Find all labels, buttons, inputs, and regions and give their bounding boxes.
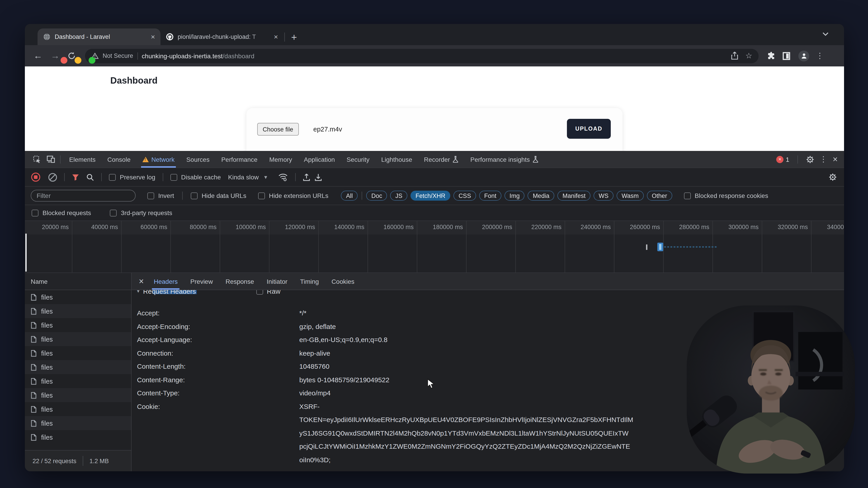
record-network-log-button[interactable] (31, 173, 40, 182)
tab-search-chevron-icon[interactable] (822, 32, 829, 36)
detail-tab-response[interactable]: Response (219, 273, 260, 290)
inspect-element-icon[interactable] (30, 155, 44, 163)
request-row[interactable]: files (25, 346, 131, 360)
tab-close-icon[interactable]: × (151, 33, 155, 40)
filter-funnel-icon[interactable] (72, 174, 79, 181)
request-row[interactable]: files (25, 318, 131, 332)
third-party-requests-checkbox[interactable]: 3rd-party requests (110, 209, 172, 217)
error-count-badge[interactable]: × 1 (776, 156, 789, 163)
timeline-tick: 80000 ms (171, 221, 220, 272)
network-filter-pill[interactable]: JS (391, 191, 408, 201)
new-tab-button[interactable]: + (291, 33, 297, 42)
network-filter-pill[interactable]: Wasm (617, 191, 644, 201)
request-row[interactable]: files (25, 416, 131, 430)
browser-menu-icon[interactable]: ⋮ (816, 51, 824, 61)
tab-console[interactable]: Console (101, 151, 136, 168)
search-icon[interactable] (86, 173, 94, 181)
tab-application[interactable]: Application (298, 151, 341, 168)
network-conditions-icon[interactable] (278, 173, 288, 181)
request-row[interactable]: files (25, 430, 131, 444)
request-count: 22 / 52 requests (33, 457, 76, 464)
close-window-button[interactable] (61, 57, 67, 64)
browser-tab-dashboard[interactable]: Dashboard - Laravel × (37, 29, 160, 45)
minimize-window-button[interactable] (74, 57, 81, 64)
export-har-icon[interactable] (315, 173, 322, 181)
upload-button[interactable]: UPLOAD (567, 119, 611, 139)
devtools-settings-gear-icon[interactable] (806, 155, 814, 163)
preserve-log-checkbox[interactable]: Preserve log (109, 173, 155, 181)
header-value: */* (299, 306, 307, 320)
share-icon[interactable] (731, 52, 738, 60)
blocked-requests-checkbox[interactable]: Blocked requests (32, 209, 91, 217)
address-bar[interactable]: Not Secure chunking-uploads-inertia.test… (85, 48, 758, 63)
request-row[interactable]: files (25, 332, 131, 346)
network-filter-pill[interactable]: Font (479, 191, 501, 201)
network-filter-pill[interactable]: All (341, 191, 358, 201)
invert-checkbox[interactable]: Invert (147, 192, 174, 199)
browser-tab-github[interactable]: pionl/laravel-chunk-upload: T × (160, 29, 283, 45)
throttling-dropdown[interactable]: Kinda slow ▼ (228, 173, 268, 181)
request-row[interactable]: files (25, 388, 131, 402)
forward-button[interactable]: → (49, 51, 62, 61)
network-settings-gear-icon[interactable] (829, 173, 837, 181)
section-title[interactable]: Request Headers (143, 290, 196, 295)
filter-input[interactable] (31, 190, 135, 201)
tab-close-icon[interactable]: × (274, 33, 278, 40)
tab-network[interactable]: Network (136, 151, 180, 168)
side-panel-icon[interactable] (782, 52, 792, 60)
tab-memory[interactable]: Memory (264, 151, 298, 168)
raw-checkbox[interactable]: Raw (256, 290, 281, 295)
close-detail-icon[interactable]: × (137, 276, 147, 286)
tab-lighthouse[interactable]: Lighthouse (375, 151, 418, 168)
request-row[interactable]: files (25, 290, 131, 304)
extensions-puzzle-icon[interactable] (767, 51, 776, 60)
disable-cache-checkbox[interactable]: Disable cache (170, 173, 221, 181)
zoom-window-button[interactable] (89, 57, 95, 64)
tab-recorder[interactable]: Recorder (418, 151, 465, 168)
devtools-menu-icon[interactable]: ⋮ (819, 155, 827, 164)
detail-tab-headers[interactable]: Headers (147, 273, 184, 290)
bookmark-star-icon[interactable]: ☆ (745, 51, 752, 61)
disclosure-triangle-icon[interactable]: ▾ (137, 290, 140, 294)
clear-network-log-button[interactable] (49, 173, 57, 182)
device-toolbar-icon[interactable] (44, 156, 57, 163)
network-filter-pill[interactable]: Fetch/XHR (410, 191, 450, 201)
network-filter-pill[interactable]: Doc (366, 191, 387, 201)
request-row[interactable]: files (25, 304, 131, 318)
detail-tab-cookies[interactable]: Cookies (325, 273, 361, 290)
url-text[interactable]: chunking-uploads-inertia.test/dashboard (142, 52, 254, 59)
timeline-tick: 260000 ms (614, 221, 664, 272)
tab-sources[interactable]: Sources (180, 151, 215, 168)
network-filter-pill[interactable]: Manifest (558, 191, 591, 201)
request-row[interactable]: files (25, 374, 131, 388)
detail-tab-preview[interactable]: Preview (184, 273, 219, 290)
tab-performance-insights[interactable]: Performance insights (465, 151, 544, 168)
globe-favicon (43, 33, 51, 41)
network-filter-pill[interactable]: Other (647, 191, 672, 201)
tab-security[interactable]: Security (341, 151, 375, 168)
tab-elements[interactable]: Elements (63, 151, 101, 168)
devtools-close-icon[interactable]: × (833, 154, 838, 164)
profile-avatar[interactable] (798, 51, 809, 61)
network-filter-pill[interactable]: WS (594, 191, 614, 201)
name-column-header[interactable]: Name (25, 273, 131, 290)
request-row[interactable]: files (25, 360, 131, 374)
security-label[interactable]: Not Secure (103, 53, 133, 59)
network-filter-pill[interactable]: Media (528, 191, 555, 201)
detail-tab-initiator[interactable]: Initiator (260, 273, 294, 290)
hide-data-urls-checkbox[interactable]: Hide data URLs (191, 192, 246, 199)
choose-file-button[interactable]: Choose file (257, 123, 299, 135)
network-filter-pill[interactable]: Img (504, 191, 525, 201)
blocked-response-cookies-checkbox[interactable]: Blocked response cookies (684, 192, 768, 199)
tab-performance[interactable]: Performance (215, 151, 264, 168)
import-har-icon[interactable] (303, 173, 310, 181)
back-button[interactable]: ← (31, 51, 45, 61)
request-name: files (41, 293, 53, 301)
hide-extension-urls-checkbox[interactable]: Hide extension URLs (258, 192, 329, 199)
timeline-left-handle[interactable] (25, 234, 27, 271)
request-row[interactable]: files (25, 402, 131, 416)
network-overview-timeline[interactable]: 20000 ms40000 ms60000 ms80000 ms100000 m… (25, 221, 844, 273)
detail-tab-timing[interactable]: Timing (294, 273, 325, 290)
webcam-overlay (687, 305, 855, 474)
network-filter-pill[interactable]: CSS (454, 191, 476, 201)
